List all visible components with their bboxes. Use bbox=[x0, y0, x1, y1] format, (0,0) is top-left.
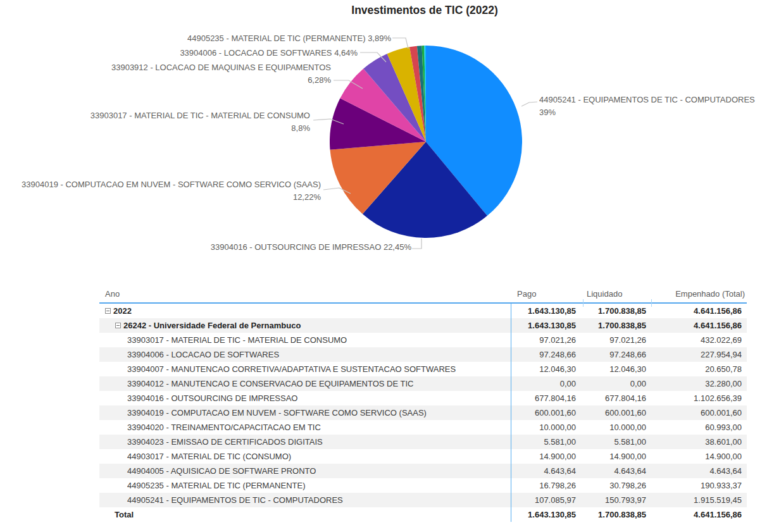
row-label-cell: 33904016 - OUTSOURCING DE IMPRESSAO bbox=[99, 393, 511, 403]
matrix-row[interactable]: 44905241 - EQUIPAMENTOS DE TIC - COMPUTA… bbox=[99, 493, 747, 507]
matrix-row[interactable]: 44903017 - MATERIAL DE TIC (CONSUMO)14.9… bbox=[99, 449, 747, 464]
cell-liquidado: 1.700.838,85 bbox=[581, 306, 651, 316]
matrix-row[interactable]: 33904019 - COMPUTACAO EM NUVEM - SOFTWAR… bbox=[99, 405, 747, 420]
cell-empenhado-total: 4.641.156,86 bbox=[651, 510, 747, 519]
cell-pago: 12.046,30 bbox=[511, 364, 581, 374]
matrix-row[interactable]: 33904020 - TREINAMENTO/CAPACITACAO EM TI… bbox=[99, 420, 747, 435]
row-label: 33903017 - MATERIAL DE TIC - MATERIAL DE… bbox=[127, 335, 347, 345]
matrix-row[interactable]: 44905235 - MATERIAL DE TIC (PERMANENTE)1… bbox=[99, 478, 747, 493]
cell-liquidado: 30.798,26 bbox=[581, 481, 651, 490]
cell-empenhado-total: 20.650,78 bbox=[651, 364, 747, 374]
pie-label-text: 44905241 - EQUIPAMENTOS DE TIC - COMPUTA… bbox=[539, 94, 755, 106]
cell-empenhado-total: 32.280,00 bbox=[651, 379, 747, 388]
row-label: 33904006 - LOCACAO DE SOFTWARES bbox=[127, 350, 279, 359]
row-label-cell: 33903017 - MATERIAL DE TIC - MATERIAL DE… bbox=[99, 335, 511, 345]
cell-liquidado: 10.000,00 bbox=[581, 423, 651, 432]
cell-liquidado: 150.793,97 bbox=[581, 495, 651, 505]
matrix-row[interactable]: 33904007 - MANUTENCAO CORRETIVA/ADAPTATI… bbox=[99, 362, 747, 376]
cell-empenhado-total: 600.001,60 bbox=[651, 408, 747, 418]
cell-pago: 97.248,66 bbox=[511, 350, 581, 359]
row-label: 33904012 - MANUTENCAO E CONSERVACAO DE E… bbox=[127, 379, 413, 388]
row-label-cell: 33904006 - LOCACAO DE SOFTWARES bbox=[99, 350, 511, 359]
row-label-cell: 33904019 - COMPUTACAO EM NUVEM - SOFTWAR… bbox=[99, 408, 511, 418]
matrix-row[interactable]: 33904016 - OUTSOURCING DE IMPRESSAO677.8… bbox=[99, 391, 747, 405]
matrix-row[interactable]: 26242 - Universidade Federal de Pernambu… bbox=[99, 318, 747, 333]
row-label-cell: 2022 bbox=[99, 306, 511, 316]
report-canvas: Investimentos de TIC (2022) 44905235 - M… bbox=[0, 0, 774, 532]
cell-pago: 5.581,00 bbox=[511, 437, 581, 447]
cell-liquidado: 1.700.838,85 bbox=[581, 510, 651, 519]
cell-empenhado-total: 14.900,00 bbox=[651, 452, 747, 461]
row-label-cell: 33904007 - MANUTENCAO CORRETIVA/ADAPTATI… bbox=[99, 364, 511, 374]
cell-pago: 16.798,26 bbox=[511, 481, 581, 490]
cell-liquidado: 97.248,66 bbox=[581, 350, 651, 359]
cell-pago: 0,00 bbox=[511, 379, 581, 388]
cell-liquidado: 12.046,30 bbox=[581, 364, 651, 374]
row-label-cell: 44905235 - MATERIAL DE TIC (PERMANENTE) bbox=[99, 481, 511, 490]
cell-empenhado-total: 4.641.156,86 bbox=[651, 321, 747, 330]
pie-label-text: 33903017 - MATERIAL DE TIC - MATERIAL DE… bbox=[91, 109, 310, 122]
matrix-row[interactable]: 33903017 - MATERIAL DE TIC - MATERIAL DE… bbox=[99, 333, 747, 347]
cell-liquidado: 677.804,16 bbox=[581, 393, 651, 403]
cell-empenhado-total: 1.102.656,39 bbox=[651, 393, 747, 403]
cell-pago: 677.804,16 bbox=[511, 393, 581, 403]
pie-label-33903017: 33903017 - MATERIAL DE TIC - MATERIAL DE… bbox=[91, 109, 310, 135]
row-label-cell: 26242 - Universidade Federal de Pernambu… bbox=[99, 321, 511, 330]
cell-pago: 1.643.130,85 bbox=[511, 306, 581, 316]
row-label: 33904023 - EMISSAO DE CERTIFICADOS DIGIT… bbox=[127, 437, 323, 447]
column-tick bbox=[583, 299, 584, 307]
cell-empenhado-total: 432.022,69 bbox=[651, 335, 747, 345]
pie-label-pct: 3,89% bbox=[368, 34, 391, 43]
row-label-cell: 44904005 - AQUISICAO DE SOFTWARE PRONTO bbox=[99, 466, 511, 476]
row-label-cell: 33904012 - MANUTENCAO E CONSERVACAO DE E… bbox=[99, 379, 511, 388]
matrix-row[interactable]: 33904006 - LOCACAO DE SOFTWARES97.248,66… bbox=[99, 347, 747, 362]
row-label-cell: 44903017 - MATERIAL DE TIC (CONSUMO) bbox=[99, 452, 511, 461]
matrix-row[interactable]: 33904023 - EMISSAO DE CERTIFICADOS DIGIT… bbox=[99, 435, 747, 449]
pie-label-text: 33903912 - LOCACAO DE MAQUINAS E EQUIPAM… bbox=[111, 61, 331, 74]
row-label: 44904005 - AQUISICAO DE SOFTWARE PRONTO bbox=[127, 466, 316, 476]
row-label: 2022 bbox=[113, 306, 132, 316]
collapse-toggle-icon[interactable] bbox=[105, 308, 111, 314]
matrix-row[interactable]: 44904005 - AQUISICAO DE SOFTWARE PRONTO4… bbox=[99, 464, 747, 478]
chart-title: Investimentos de TIC (2022) bbox=[172, 4, 678, 17]
cell-empenhado-total: 190.933,37 bbox=[651, 481, 747, 490]
row-label: 44905241 - EQUIPAMENTOS DE TIC - COMPUTA… bbox=[127, 495, 343, 505]
collapse-toggle-icon[interactable] bbox=[115, 323, 121, 328]
matrix-row[interactable]: 33904012 - MANUTENCAO E CONSERVACAO DE E… bbox=[99, 376, 747, 391]
cell-empenhado-total: 60.993,00 bbox=[651, 423, 747, 432]
row-label-cell: 33904023 - EMISSAO DE CERTIFICADOS DIGIT… bbox=[99, 437, 511, 447]
cell-pago: 600.001,60 bbox=[511, 408, 581, 418]
row-label: Total bbox=[115, 510, 134, 519]
cell-pago: 107.085,97 bbox=[511, 495, 581, 505]
pie-label-pct: 6,28% bbox=[111, 74, 331, 87]
matrix-header-row: Ano Pago Liquidado Empenhado (Total) bbox=[99, 285, 747, 304]
cell-liquidado: 5.581,00 bbox=[581, 437, 651, 447]
row-label: 33904007 - MANUTENCAO CORRETIVA/ADAPTATI… bbox=[127, 364, 456, 374]
pie-label-text: 44905235 - MATERIAL DE TIC (PERMANENTE) bbox=[187, 34, 366, 43]
pie-label-pct: 12,22% bbox=[22, 191, 321, 204]
row-label-cell: Total bbox=[99, 510, 511, 519]
row-label: 44905235 - MATERIAL DE TIC (PERMANENTE) bbox=[127, 481, 306, 490]
pie-label-33904019: 33904019 - COMPUTACAO EM NUVEM - SOFTWAR… bbox=[22, 178, 321, 204]
column-header-empenhado-total[interactable]: Empenhado (Total) bbox=[651, 289, 747, 299]
column-divider-line bbox=[511, 304, 511, 522]
cell-liquidado: 97.021,26 bbox=[581, 335, 651, 345]
cell-pago: 1.643.130,85 bbox=[511, 510, 581, 519]
column-header-ano[interactable]: Ano bbox=[99, 289, 511, 299]
matrix-row[interactable]: 20221.643.130,851.700.838,854.641.156,86 bbox=[99, 304, 747, 318]
pie-label-pct: 4,64% bbox=[334, 48, 358, 58]
row-label: 26242 - Universidade Federal de Pernambu… bbox=[123, 321, 301, 330]
pie-label-pct: 8,8% bbox=[91, 122, 310, 135]
cell-liquidado: 600.001,60 bbox=[581, 408, 651, 418]
row-label-cell: 44905241 - EQUIPAMENTOS DE TIC - COMPUTA… bbox=[99, 495, 511, 505]
matrix-row[interactable]: Total1.643.130,851.700.838,854.641.156,8… bbox=[99, 507, 747, 522]
cell-pago: 10.000,00 bbox=[511, 423, 581, 432]
column-header-pago[interactable]: Pago bbox=[511, 289, 581, 299]
column-header-liquidado[interactable]: Liquidado bbox=[581, 289, 651, 299]
pie-label-text: 33904006 - LOCACAO DE SOFTWARES bbox=[180, 48, 332, 58]
cell-liquidado: 14.900,00 bbox=[581, 452, 651, 461]
cell-pago: 4.643,64 bbox=[511, 466, 581, 476]
leader-line bbox=[412, 238, 421, 249]
cell-pago: 97.021,26 bbox=[511, 335, 581, 345]
pie-label-33904006: 33904006 - LOCACAO DE SOFTWARES 4,64% bbox=[180, 47, 358, 59]
